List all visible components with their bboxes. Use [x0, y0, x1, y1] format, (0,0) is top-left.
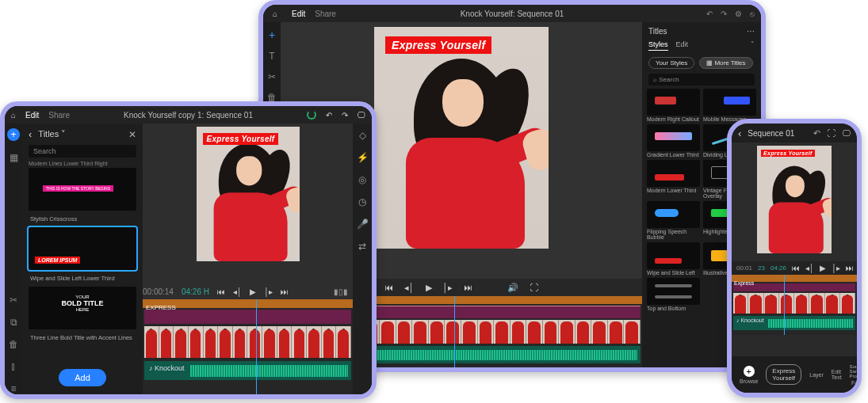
title-preset[interactable]: THIS IS HOW THE STORY BEGINS [29, 168, 136, 211]
play-icon[interactable]: ▶ [820, 264, 826, 272]
menu-icon[interactable]: ≡ [10, 383, 16, 394]
title-preset[interactable] [703, 89, 756, 116]
clock-icon[interactable]: ◷ [358, 196, 366, 207]
close-icon[interactable]: ✕ [128, 129, 136, 140]
title-preset[interactable] [647, 124, 700, 151]
tab-edit[interactable]: Edit [292, 10, 305, 18]
playhead[interactable] [784, 275, 785, 335]
ellipsis-icon[interactable]: ⋯ [747, 27, 755, 36]
search-input[interactable]: ⌕ Search [648, 74, 755, 86]
tablet-transport: 00:00:14 04:26 H ⏮ ◂│ ▶ │▸ ⏭ ▮▯▮ [143, 283, 353, 299]
phone-preview: Express Yourself [732, 143, 857, 261]
skip-start-icon[interactable]: ⏮ [217, 287, 225, 296]
tablet-timeline[interactable]: EXPRESS ♪ Knockout [143, 299, 353, 394]
title-preset[interactable] [647, 278, 700, 305]
scissors-icon[interactable]: ✂ [10, 295, 17, 306]
playhead[interactable] [454, 296, 455, 367]
step-forward-icon[interactable]: │▸ [832, 264, 840, 272]
scissors-icon[interactable]: ✂ [268, 71, 276, 82]
skip-end-icon[interactable]: ⏭ [846, 264, 854, 272]
video-track[interactable] [733, 293, 855, 314]
target-icon[interactable]: ◎ [358, 174, 366, 185]
video-canvas[interactable]: Express Yourself [197, 127, 300, 261]
duplicate-icon[interactable]: ⧉ [10, 317, 17, 328]
undo-icon[interactable]: ↶ [706, 10, 713, 18]
mic-icon[interactable]: 🎤 [357, 219, 369, 230]
monitor-icon[interactable]: 🖵 [842, 128, 851, 139]
step-back-icon[interactable]: ◂│ [233, 287, 242, 296]
play-icon[interactable]: ▶ [250, 287, 256, 296]
step-forward-icon[interactable]: │▸ [264, 287, 273, 296]
title-preset[interactable] [647, 201, 700, 228]
audio-track[interactable]: ♪ Knockout [144, 361, 351, 380]
browse-button[interactable]: + Browse [740, 366, 758, 384]
add-button[interactable]: Add [59, 369, 106, 386]
tab-edit[interactable]: Edit [25, 111, 39, 120]
sound-icon[interactable]: 🔊 [507, 283, 518, 293]
add-icon[interactable]: + [7, 128, 20, 141]
home-icon[interactable]: ⌂ [11, 111, 16, 120]
step-back-icon[interactable]: ◂│ [805, 264, 814, 272]
back-icon[interactable]: ‹ [29, 128, 32, 140]
skip-end-icon[interactable]: ⏭ [464, 283, 472, 292]
title-overlay[interactable]: Express Yourself [761, 150, 815, 157]
search-input[interactable]: Search [29, 145, 136, 158]
redo-icon[interactable]: ↷ [342, 111, 348, 120]
video-canvas[interactable]: Express Yourself [374, 27, 549, 249]
phone-timeline[interactable]: Express ♪ Knockout [732, 275, 857, 335]
title-clip[interactable] [144, 310, 351, 324]
tab-share[interactable]: Share [315, 10, 336, 18]
export-icon[interactable]: ⎋ [750, 10, 755, 18]
shuffle-icon[interactable]: ⇄ [358, 241, 366, 252]
home-icon[interactable]: ⌂ [270, 10, 281, 18]
font-button[interactable]: Source Sans Pro Font [850, 364, 862, 386]
settings-icon[interactable]: ⚙ [735, 10, 742, 18]
tab-share[interactable]: Share [48, 111, 70, 120]
trash-icon[interactable]: 🗑 [9, 339, 18, 350]
panel-header-caption: Modern Lines Lower Third Right [22, 161, 143, 168]
full-icon[interactable]: ⛶ [827, 128, 835, 139]
titles-tool-icon[interactable]: T [269, 51, 274, 62]
skip-start-icon[interactable]: ⏮ [384, 283, 393, 292]
title-preset[interactable] [647, 160, 700, 187]
edit-text-button[interactable]: Edit Text [832, 369, 842, 380]
title-pill[interactable]: Express Yourself [766, 364, 801, 385]
title-overlay[interactable]: Express Yourself [385, 36, 491, 54]
diamond-icon[interactable]: ◇ [359, 130, 366, 141]
redo-icon[interactable]: ↷ [721, 10, 727, 18]
skip-end-icon[interactable]: ⏭ [281, 287, 289, 296]
add-icon[interactable]: + [269, 29, 275, 41]
video-track[interactable] [144, 326, 351, 358]
sync-spinner-icon [307, 110, 316, 120]
playhead[interactable] [256, 299, 257, 394]
levels-icon[interactable]: ▮▯▮ [334, 287, 348, 296]
play-icon[interactable]: ▶ [426, 283, 432, 293]
sliders-icon[interactable]: ⫿ [11, 361, 16, 372]
audio-track[interactable]: ♪ Knockout [733, 316, 855, 330]
monitor-icon[interactable]: 🖵 [358, 111, 365, 120]
title-preset[interactable] [647, 89, 700, 116]
preset-label: Wipe and Slide Left [647, 270, 700, 276]
timecode-current: 00:00:14 [143, 287, 174, 296]
step-back-icon[interactable]: ◂│ [404, 283, 415, 293]
more-titles-button[interactable]: ▦ More Titles [699, 57, 752, 69]
title-preset-selected[interactable]: LOREM IPSUM [29, 227, 136, 270]
back-icon[interactable]: ‹ [738, 127, 741, 139]
tab-styles[interactable]: Styles [648, 40, 668, 51]
undo-icon[interactable]: ↶ [813, 128, 820, 139]
title-preset[interactable] [647, 242, 700, 269]
panel-title[interactable]: Titles ˅ [38, 129, 66, 139]
bolt-icon[interactable]: ⚡ [357, 152, 369, 163]
fullscreen-icon[interactable]: ⛶ [530, 283, 538, 292]
title-overlay[interactable]: Express Yourself [203, 133, 279, 145]
skip-start-icon[interactable]: ⏮ [792, 264, 800, 272]
undo-icon[interactable]: ↶ [326, 111, 332, 120]
your-styles-button[interactable]: Your Styles [648, 57, 694, 69]
layer-button[interactable]: Layer [809, 372, 824, 378]
project-icon[interactable]: ▦ [10, 152, 18, 163]
chevron-icon[interactable]: ˅ [751, 40, 755, 51]
tab-edit-titles[interactable]: Edit [676, 40, 689, 51]
step-forward-icon[interactable]: │▸ [443, 283, 453, 293]
title-preset[interactable]: YOUR BOLD TITLE HERE [29, 287, 136, 329]
video-canvas[interactable]: Express Yourself [757, 146, 832, 253]
